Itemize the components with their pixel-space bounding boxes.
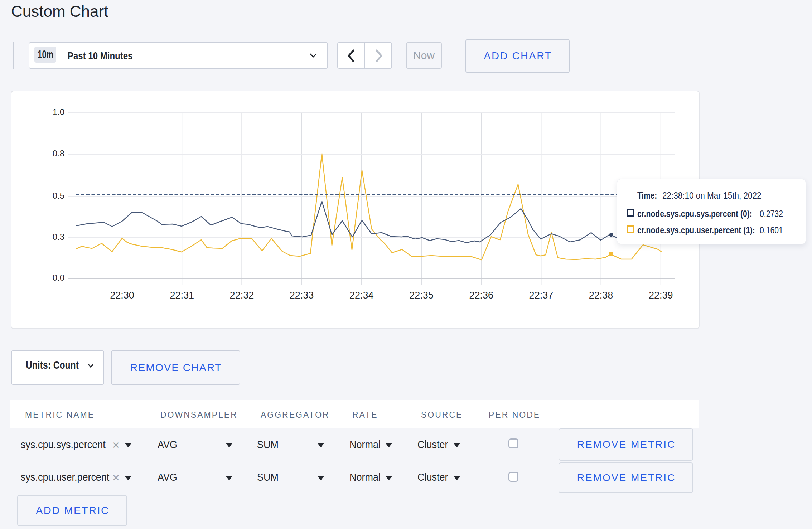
svg-text:22:31: 22:31	[170, 290, 194, 301]
svg-text:22:30: 22:30	[110, 290, 134, 301]
svg-text:1.0: 1.0	[53, 107, 64, 117]
svg-text:22:35: 22:35	[409, 290, 434, 301]
svg-text:0.3: 0.3	[53, 232, 64, 242]
svg-text:22:39: 22:39	[649, 290, 673, 301]
svg-text:0.0: 0.0	[53, 273, 64, 282]
svg-text:0.5: 0.5	[53, 191, 64, 200]
svg-text:22:36: 22:36	[469, 290, 493, 301]
svg-text:22:32: 22:32	[230, 290, 254, 301]
svg-text:22:37: 22:37	[529, 290, 554, 301]
svg-text:22:38: 22:38	[589, 290, 613, 301]
svg-text:0.8: 0.8	[53, 149, 64, 158]
svg-text:22:34: 22:34	[349, 290, 374, 301]
svg-text:22:33: 22:33	[290, 290, 314, 301]
